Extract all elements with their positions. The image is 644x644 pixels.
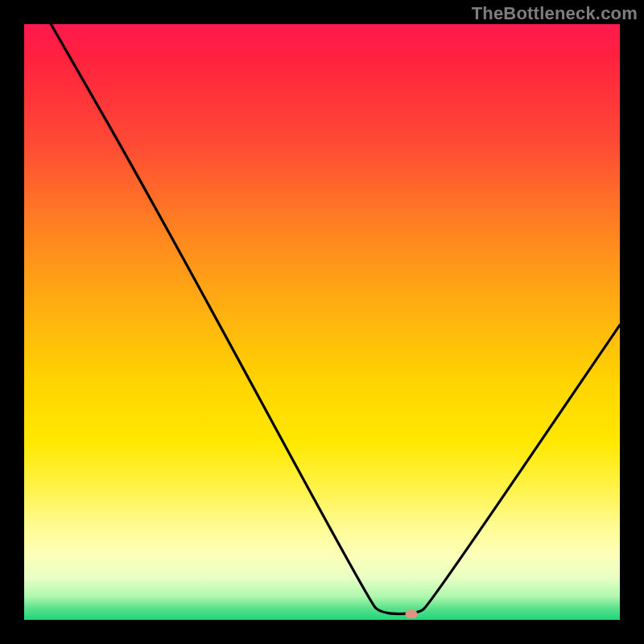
plot-area bbox=[24, 24, 620, 620]
curve-path bbox=[51, 24, 620, 614]
bottleneck-curve bbox=[24, 24, 620, 620]
optimum-marker bbox=[406, 610, 418, 618]
watermark-text: TheBottleneck.com bbox=[472, 3, 638, 24]
chart-container: TheBottleneck.com bbox=[0, 0, 644, 644]
